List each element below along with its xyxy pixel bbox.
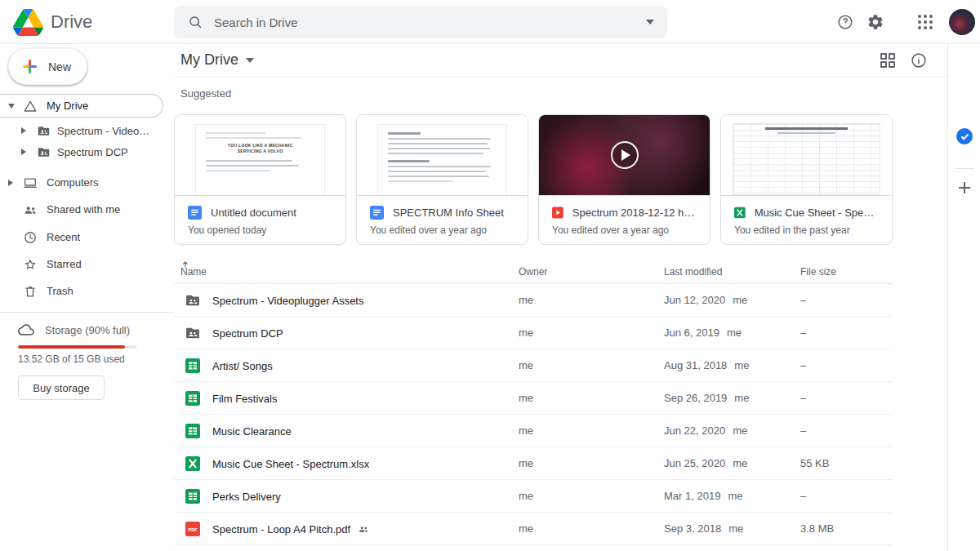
sidebar-item-shared-with-me[interactable]: Shared with me <box>0 196 173 223</box>
get-addons-button[interactable] <box>958 181 971 194</box>
card-subtitle: You edited over a year ago <box>552 224 697 236</box>
file-size: – <box>800 317 806 349</box>
pdf-file-icon: PDF <box>185 521 201 537</box>
card-subtitle: You opened today <box>188 224 332 236</box>
file-last-modified: Mar 1, 2019 <box>664 490 720 502</box>
file-row[interactable]: Perks Delivery me Mar 1, 2019me – <box>174 480 893 513</box>
help-icon <box>836 13 854 31</box>
storage-section[interactable]: Storage (90% full) <box>0 320 130 340</box>
sidebar-item-computers[interactable]: Computers <box>0 169 173 196</box>
suggestion-card[interactable]: Spectrum 2018-12-12 higher-d... You edit… <box>538 114 710 245</box>
sidebar-item-label: Spectrum DCP <box>57 146 128 158</box>
file-name: Spectrum - Loop A4 Pitch.pdf <box>212 523 350 535</box>
drive-logo[interactable]: Drive <box>13 0 92 44</box>
tasks-button[interactable] <box>956 128 973 144</box>
calendar-button[interactable] <box>956 53 973 69</box>
sidebar-item-label: Trash <box>47 285 74 297</box>
tasks-icon <box>956 128 973 144</box>
info-button[interactable] <box>909 51 929 70</box>
shared-folder-icon <box>185 325 201 341</box>
settings-button[interactable] <box>866 12 885 32</box>
excel-file-icon <box>734 206 746 220</box>
file-row[interactable]: PDF Spectrum - Loop A4 Pitch.pdf me Sep … <box>174 513 893 545</box>
file-row[interactable]: Artist/ Songs me Aug 31, 2018me – <box>174 349 893 382</box>
storage-usage-text: 13.52 GB of 15 GB used <box>18 353 125 366</box>
search-icon <box>187 14 203 30</box>
file-size: – <box>800 382 806 415</box>
sidebar-item-folder-videoplugger[interactable]: Spectrum - Videoplugger... <box>0 120 173 141</box>
suggestion-card[interactable]: YOU LOOK LIKE A MECHANIC SERVICING A VOL… <box>174 114 346 245</box>
sidebar-item-label: Recent <box>47 231 80 243</box>
column-owner[interactable]: Owner <box>519 260 547 284</box>
file-name: Spectrum DCP <box>212 327 283 340</box>
google-apps-button[interactable] <box>915 12 935 32</box>
main-toolbar: My Drive <box>174 44 947 77</box>
suggestion-card[interactable]: SPECTRUM Info Sheet You edited over a ye… <box>356 114 528 245</box>
column-name[interactable]: Name <box>180 260 190 269</box>
spreadsheet-thumbnail <box>733 123 880 195</box>
expand-caret-down-icon[interactable] <box>8 104 15 109</box>
file-name: Perks Delivery <box>212 491 281 503</box>
storage-progress-fill <box>18 345 125 349</box>
grid-view-icon <box>880 53 895 68</box>
sidebar-item-folder-dcp[interactable]: Spectrum DCP <box>0 141 173 162</box>
help-button[interactable] <box>835 12 855 32</box>
search-options-caret-icon[interactable] <box>646 20 654 24</box>
file-name: Artist/ Songs <box>212 360 273 372</box>
keep-button[interactable] <box>956 91 973 107</box>
search-input[interactable] <box>214 16 646 29</box>
file-owner: me <box>519 415 533 447</box>
file-row[interactable]: Film Festivals me Sep 26, 2019me – <box>174 382 893 415</box>
sidebar-item-my-drive[interactable]: My Drive <box>0 94 163 118</box>
column-last-modified[interactable]: Last modified <box>664 260 722 284</box>
file-size: – <box>800 284 806 317</box>
new-plus-icon <box>20 56 40 77</box>
google-sheet-icon <box>185 390 201 407</box>
file-table-header: Name Owner Last modified File size <box>174 260 893 284</box>
user-avatar[interactable] <box>949 9 975 35</box>
file-row[interactable]: Spectrum DCP me Jun 6, 2019me – <box>174 317 893 349</box>
cloud-icon <box>18 322 34 338</box>
file-last-modified: Jun 12, 2020 <box>664 294 725 306</box>
sidebar-item-label: Spectrum - Videoplugger... <box>57 125 155 137</box>
buy-storage-label: Buy storage <box>33 382 89 394</box>
file-row[interactable]: Music Cue Sheet - Spectrum.xlsx me Jun 2… <box>174 447 893 480</box>
sidebar: New My Drive Spectrum - Videoplugger... … <box>0 44 173 551</box>
file-owner: me <box>519 382 533 415</box>
google-sheet-icon <box>185 358 201 374</box>
file-last-modified: Aug 31, 2018 <box>664 359 727 371</box>
card-preview <box>357 115 528 196</box>
apps-grid-icon <box>918 15 933 29</box>
excel-file-icon <box>185 455 201 472</box>
play-button-icon[interactable] <box>611 141 639 169</box>
search-bar[interactable] <box>174 6 667 38</box>
new-button[interactable]: New <box>8 48 87 85</box>
sidebar-item-trash[interactable]: Trash <box>0 278 173 304</box>
page-title[interactable]: My Drive <box>180 51 254 69</box>
storage-progress-bar <box>18 345 137 349</box>
expand-caret-right-icon[interactable] <box>21 149 26 155</box>
drive-logo-icon <box>13 9 43 36</box>
my-drive-icon <box>23 99 38 113</box>
modified-by: me <box>734 392 749 404</box>
sidebar-item-recent[interactable]: Recent <box>0 224 173 251</box>
suggestion-card[interactable]: Music Cue Sheet - Spectrum.xl... You edi… <box>720 114 893 245</box>
buy-storage-button[interactable]: Buy storage <box>18 375 105 400</box>
google-sheet-icon <box>185 488 201 504</box>
modified-by: me <box>728 490 742 502</box>
file-name: Spectrum - Videoplugger Assets <box>212 295 363 307</box>
shared-folder-icon <box>36 144 51 159</box>
grid-view-button[interactable] <box>878 51 898 70</box>
expand-caret-right-icon[interactable] <box>21 127 26 134</box>
column-file-size[interactable]: File size <box>800 260 836 284</box>
svg-text:PDF: PDF <box>188 527 198 532</box>
file-name: Music Cue Sheet - Spectrum.xlsx <box>212 458 369 470</box>
file-last-modified: Jun 22, 2020 <box>664 424 725 437</box>
google-doc-icon <box>188 206 202 220</box>
sidebar-item-starred[interactable]: Starred <box>0 251 173 278</box>
title-caret-icon[interactable] <box>246 58 254 63</box>
card-preview: YOU LOOK LIKE A MECHANIC SERVICING A VOL… <box>175 115 345 196</box>
expand-caret-right-icon[interactable] <box>8 180 13 186</box>
file-row[interactable]: Music Clearance me Jun 22, 2020me – <box>174 415 893 447</box>
file-row[interactable]: Spectrum - Videoplugger Assets me Jun 12… <box>174 284 893 317</box>
